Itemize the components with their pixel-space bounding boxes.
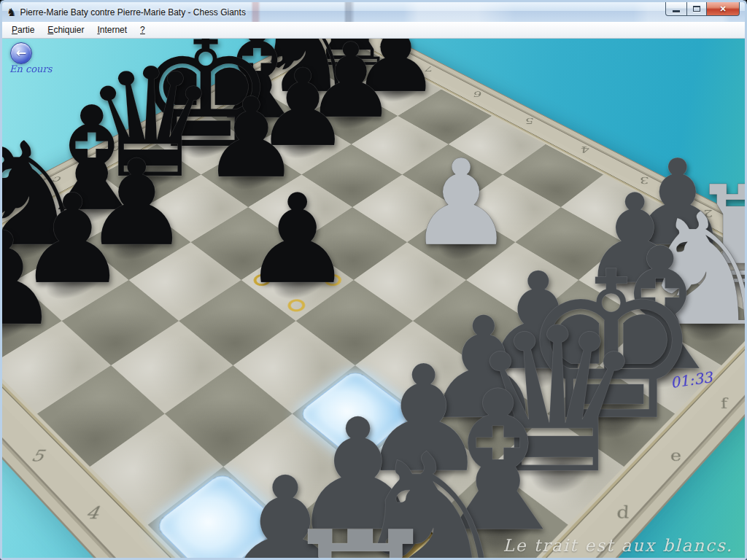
file-label-g: g	[262, 65, 276, 73]
app-window: ♞ Pierre-Marie Baty contre Pierre-Marie …	[0, 0, 747, 560]
rank-label-4: 4	[577, 144, 595, 154]
rank-label-7: 7	[422, 65, 437, 73]
close-button[interactable]: ✕	[706, 2, 740, 16]
title-bar[interactable]: ♞ Pierre-Marie Baty contre Pierre-Marie …	[2, 2, 745, 22]
window-title: Pierre-Marie Baty contre Pierre-Marie Ba…	[20, 7, 245, 18]
file-label-d: d	[608, 503, 635, 523]
file-label-f: f	[214, 90, 229, 98]
file-label-e: e	[662, 447, 687, 464]
maximize-button[interactable]	[686, 2, 707, 16]
game-status-label: En cours	[9, 63, 52, 74]
chess-board[interactable]: 8877665544332211aabbccddeeffgghh	[2, 39, 745, 558]
rank-label-3: 3	[635, 175, 654, 185]
game-scene: ← En cours 8877665544332211aabbccddeeffg…	[2, 39, 745, 558]
menu-item-help[interactable]: ?	[133, 23, 152, 37]
rank-label-8: 8	[377, 42, 391, 49]
maximize-icon	[693, 6, 700, 12]
board-perspective: 8877665544332211aabbccddeeffgghh	[2, 39, 745, 558]
back-button[interactable]: ←	[10, 42, 32, 64]
menu-bar: PartieEchiquierInternet?	[2, 22, 745, 39]
file-label-d: d	[107, 144, 124, 154]
file-label-f: f	[710, 396, 735, 412]
window-controls: ✕	[666, 2, 740, 16]
rank-label-5: 5	[522, 116, 538, 125]
menu-item-echiquier[interactable]: Echiquier	[41, 23, 90, 37]
file-label-e: e	[162, 116, 179, 125]
file-label-c: c	[47, 175, 66, 185]
menu-item-internet[interactable]: Internet	[90, 23, 133, 37]
minimize-button[interactable]	[665, 2, 687, 16]
rank-label-5: 5	[25, 447, 50, 464]
turn-indicator: Le trait est aux blancs.	[503, 536, 733, 555]
rank-label-2: 2	[699, 208, 719, 219]
minimize-icon	[673, 10, 680, 12]
rank-label-4: 4	[80, 503, 105, 523]
chess-knight-icon: ♞	[7, 7, 16, 18]
file-label-b: b	[2, 208, 4, 219]
menu-item-partie[interactable]: Partie	[5, 23, 41, 37]
rank-label-6: 6	[471, 90, 487, 98]
file-label-h: h	[307, 42, 321, 49]
back-arrow-icon: ←	[16, 47, 26, 59]
